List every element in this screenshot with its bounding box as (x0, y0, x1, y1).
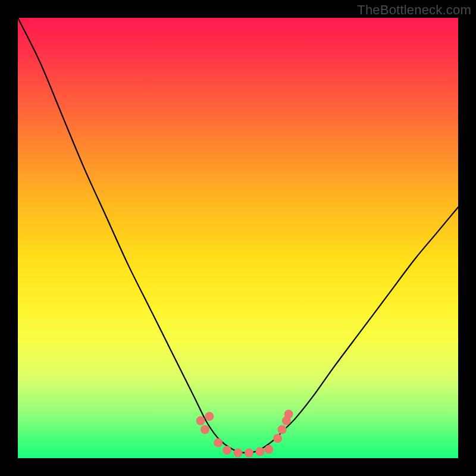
watermark-text: TheBottleneck.com (357, 2, 471, 18)
curve-marker (201, 425, 209, 434)
curve-marker (256, 447, 265, 456)
bottleneck-chart-svg (18, 18, 458, 458)
curve-marker (234, 449, 243, 458)
curve-marker (245, 449, 253, 458)
chart-frame: TheBottleneck.com (0, 0, 476, 476)
bottleneck-curve (18, 18, 458, 453)
plot-area (18, 18, 458, 458)
curve-marker (196, 416, 205, 425)
curve-marker (278, 425, 287, 434)
curve-markers (196, 410, 293, 458)
curve-marker (214, 439, 223, 447)
curve-marker (223, 446, 231, 455)
curve-marker (205, 412, 214, 421)
curve-marker (284, 410, 293, 419)
curve-marker (264, 445, 273, 454)
curve-marker (273, 434, 282, 443)
